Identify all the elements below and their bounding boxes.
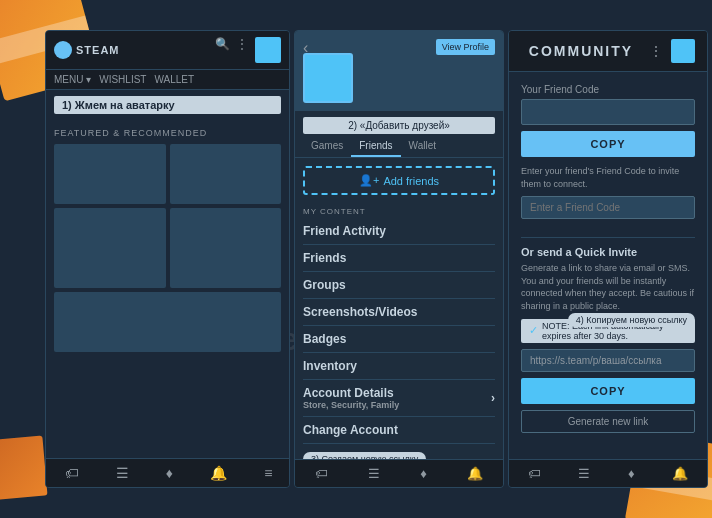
c-nav-list-icon[interactable]: ☰ (578, 466, 590, 481)
featured-grid (54, 144, 281, 288)
main-container: STEAM 🔍 ⋮ MENU ▾ WISHLIST WALLET 1) Жмем… (0, 0, 712, 518)
tab-wallet[interactable]: Wallet (401, 136, 444, 157)
invite-desc: Enter your friend's Friend Code to invit… (521, 165, 695, 190)
steam-client-panel: STEAM 🔍 ⋮ MENU ▾ WISHLIST WALLET 1) Жмем… (45, 30, 290, 488)
nav-menu-icon[interactable]: ≡ (264, 465, 272, 481)
m-nav-bell-icon[interactable]: 🔔 (467, 466, 483, 481)
check-icon: ✓ (529, 324, 538, 337)
middle-bottom-nav: 🏷 ☰ ♦ 🔔 (295, 459, 503, 487)
featured-label: FEATURED & RECOMMENDED (54, 128, 281, 138)
community-bottom-nav: 🏷 ☰ ♦ 🔔 (509, 459, 707, 487)
community-panel: COMMUNITY ⋮ Your Friend Code COPY Enter … (508, 30, 708, 488)
featured-item-1[interactable] (54, 144, 166, 204)
search-icon[interactable]: 🔍 (215, 37, 229, 51)
add-friends-button[interactable]: 👤+ Add friends (303, 166, 495, 195)
m-nav-heart-icon[interactable]: ♦ (420, 466, 427, 481)
menu-account-details[interactable]: Account Details Store, Security, Family … (303, 380, 495, 417)
community-menu-icon[interactable]: ⋮ (649, 43, 663, 59)
back-button[interactable]: ‹ (303, 39, 308, 57)
nav-list-icon[interactable]: ☰ (116, 465, 129, 481)
c-nav-tag-icon[interactable]: 🏷 (528, 466, 541, 481)
add-friends-label: Add friends (383, 175, 439, 187)
profile-overlay-panel: ‹ View Profile 2) «Добавить друзей» Game… (294, 30, 504, 488)
nav-tag-icon[interactable]: 🏷 (65, 465, 79, 481)
menu-account-label: Account Details (303, 386, 399, 400)
menu-friend-activity[interactable]: Friend Activity (303, 218, 495, 245)
steam-logo: STEAM (54, 41, 120, 59)
menu-account-sub: Store, Security, Family (303, 400, 399, 410)
menu-inventory[interactable]: Inventory (303, 353, 495, 380)
quick-invite-title: Or send a Quick Invite (521, 246, 695, 258)
community-content: Your Friend Code COPY Enter your friend'… (509, 72, 707, 445)
friend-code-input[interactable] (521, 99, 695, 125)
left-bottom-nav: 🏷 ☰ ♦ 🔔 ≡ (46, 458, 290, 487)
community-title: COMMUNITY (529, 43, 633, 59)
view-profile-button[interactable]: View Profile (436, 39, 495, 55)
step1-tooltip: 1) Жмем на аватарку (54, 96, 281, 114)
add-friends-icon: 👤+ (359, 174, 379, 187)
step4-tooltip: 4) Копируем новую ссылку (568, 313, 695, 327)
featured-item-wide[interactable] (54, 292, 281, 352)
steam-icon (54, 41, 72, 59)
friend-code-label: Your Friend Code (521, 84, 695, 95)
featured-item-3[interactable] (54, 208, 166, 288)
m-nav-list-icon[interactable]: ☰ (368, 466, 380, 481)
menu-items: Friend Activity Friends Groups Screensho… (295, 218, 503, 444)
generate-link-button[interactable]: Generate new link (521, 410, 695, 433)
c-nav-heart-icon[interactable]: ♦ (628, 466, 635, 481)
nav-wallet[interactable]: WALLET (154, 74, 194, 85)
profile-area: View Profile (295, 31, 503, 111)
menu-badges[interactable]: Badges (303, 326, 495, 353)
chevron-right-icon: › (491, 391, 495, 405)
nav-heart-icon[interactable]: ♦ (166, 465, 173, 481)
quick-invite-desc: Generate a link to share via email or SM… (521, 262, 695, 312)
community-avatar[interactable] (671, 39, 695, 63)
steam-header: STEAM 🔍 ⋮ (46, 31, 289, 70)
my-content-label: MY CONTENT (295, 203, 503, 218)
nav-wishlist[interactable]: WISHLIST (99, 74, 146, 85)
community-header: COMMUNITY ⋮ (509, 31, 707, 72)
steam-nav: MENU ▾ WISHLIST WALLET (46, 70, 289, 90)
menu-friends[interactable]: Friends (303, 245, 495, 272)
step2-tooltip: 2) «Добавить друзей» (303, 117, 495, 134)
menu-change-account[interactable]: Change Account (303, 417, 495, 444)
tab-games[interactable]: Games (303, 136, 351, 157)
divider (521, 237, 695, 238)
profile-avatar (303, 53, 353, 103)
content-area: FEATURED & RECOMMENDED (46, 120, 289, 360)
featured-item-2[interactable] (170, 144, 282, 204)
menu-screenshots[interactable]: Screenshots/Videos (303, 299, 495, 326)
featured-item-4[interactable] (170, 208, 282, 288)
c-nav-bell-icon[interactable]: 🔔 (672, 466, 688, 481)
steam-label: STEAM (76, 44, 120, 56)
nav-menu[interactable]: MENU ▾ (54, 74, 91, 85)
link-display: https://s.team/p/ваша/ссылка (521, 349, 695, 372)
menu-groups[interactable]: Groups (303, 272, 495, 299)
tab-friends[interactable]: Friends (351, 136, 400, 157)
m-nav-tag-icon[interactable]: 🏷 (315, 466, 328, 481)
profile-tabs: Games Friends Wallet (295, 136, 503, 158)
copy-friend-code-button[interactable]: COPY (521, 131, 695, 157)
copy-link-button[interactable]: COPY (521, 378, 695, 404)
more-icon[interactable]: ⋮ (235, 37, 249, 51)
enter-code-input[interactable] (521, 196, 695, 219)
nav-bell-icon[interactable]: 🔔 (210, 465, 227, 481)
user-avatar[interactable] (255, 37, 281, 63)
header-icons: 🔍 ⋮ (215, 37, 281, 63)
